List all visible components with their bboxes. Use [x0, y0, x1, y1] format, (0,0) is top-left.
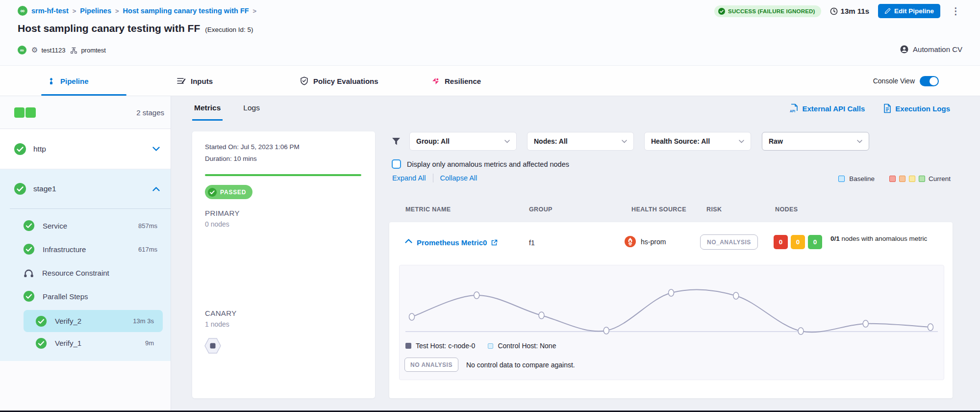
step-service-time: 857ms — [138, 222, 157, 230]
triggered-by-user: Automation CV — [913, 45, 962, 53]
canary-label: CANARY — [205, 309, 237, 317]
chevron-down-icon — [504, 140, 510, 143]
user-avatar-icon — [900, 45, 908, 53]
tab-inputs[interactable]: Inputs — [177, 66, 213, 96]
health-source-filter-dropdown[interactable]: Health Source: All — [644, 132, 751, 151]
metric-timeseries-chart — [400, 267, 944, 341]
main-tabbar: Pipeline Inputs Policy Evaluations Resil… — [0, 65, 980, 96]
chevron-down-icon — [857, 140, 862, 143]
breadcrumb-pipeline-name-link[interactable]: Host sampling canary testing with FF — [123, 7, 249, 15]
step-verify-2-time: 13m 3s — [133, 317, 154, 325]
test-host-swatch — [405, 343, 411, 349]
current-legend-label: Current — [929, 175, 951, 182]
step-verify-2-label: Verify_2 — [55, 317, 81, 325]
step-verify-2[interactable]: Verify_2 13m 3s — [24, 310, 163, 332]
sidebar-stage-stage1[interactable]: stage1 — [0, 169, 171, 208]
duration: Duration: 10 mins — [205, 155, 257, 162]
chevron-down-icon — [739, 140, 744, 143]
toggle-knob — [930, 77, 938, 85]
resilience-icon — [431, 77, 440, 85]
breadcrumb-pipelines-link[interactable]: Pipelines — [80, 7, 111, 15]
log-links: API External API Calls Execution Logs — [789, 103, 950, 113]
tags-row: ∞ ⚙ test1123 promtest — [18, 46, 106, 54]
step-parallel-steps[interactable]: Parallel Steps — [0, 284, 171, 308]
tab-resilience[interactable]: Resilience — [431, 66, 481, 96]
step-service[interactable]: Service 857ms — [0, 214, 171, 237]
page-title: Host sampling canary testing with FF — [18, 23, 200, 34]
execution-sidebar: 2 stages http stage1 Service 857ms — [0, 96, 171, 412]
resource-constraint-icon — [23, 268, 34, 278]
baseline-legend-label: Baseline — [849, 175, 875, 182]
harness-logo-icon: ∞ — [18, 6, 27, 16]
tab-policy-evaluations-label: Policy Evaluations — [313, 77, 378, 85]
tab-metrics[interactable]: Metrics — [192, 101, 223, 121]
inputs-icon — [177, 77, 186, 85]
execution-id: (Execution Id: 5) — [205, 26, 253, 33]
tab-policy-evaluations[interactable]: Policy Evaluations — [300, 66, 378, 96]
external-link-icon — [491, 239, 498, 246]
pipeline-execution-page: ∞ srm-hf-test > Pipelines > Host samplin… — [0, 0, 980, 412]
col-header-risk: RISK — [706, 206, 722, 213]
stage-status-square — [14, 107, 25, 118]
expand-all-link[interactable]: Expand All — [392, 174, 426, 182]
anomalous-checkbox-label: Display only anomalous metrics and affec… — [407, 160, 569, 168]
step-infrastructure[interactable]: Infrastructure 617ms — [0, 237, 171, 261]
tag-service: ⚙ test1123 — [31, 46, 65, 54]
stage-stage1-label: stage1 — [33, 184, 56, 193]
started-on: Started On: Jul 5, 2023 1:06 PM — [205, 143, 300, 151]
breadcrumb-separator: > — [73, 7, 76, 15]
data-type-dropdown[interactable]: Raw — [762, 132, 869, 151]
check-circle-icon — [718, 8, 725, 15]
data-type-value: Raw — [769, 137, 783, 145]
group-filter-dropdown[interactable]: Group: All — [409, 132, 517, 151]
collapse-row-chevron-up-icon[interactable] — [405, 239, 412, 243]
pipeline-icon — [47, 77, 55, 85]
health-source-filter-value: Health Source: All — [651, 137, 710, 145]
chevron-up-icon[interactable] — [152, 187, 160, 191]
health-source-logo-icon: ∞ — [18, 46, 26, 54]
check-circle-icon — [208, 188, 217, 197]
pencil-icon — [884, 8, 891, 14]
col-header-group: GROUP — [529, 206, 553, 213]
primary-node-count: 0 nodes — [205, 220, 240, 228]
canary-group: CANARY 1 nodes — [205, 309, 237, 328]
sidebar-stage-http[interactable]: http — [0, 129, 171, 169]
console-view-toggle[interactable] — [920, 76, 939, 86]
collapse-all-link[interactable]: Collapse All — [440, 174, 477, 182]
tab-inputs-label: Inputs — [191, 77, 213, 85]
col-header-nodes: NODES — [775, 206, 798, 213]
chevron-down-icon[interactable] — [152, 147, 160, 151]
control-host-swatch — [488, 343, 493, 349]
control-host-label: Control Host: None — [498, 342, 556, 350]
tab-pipeline[interactable]: Pipeline — [47, 66, 89, 96]
breadcrumb-project-link[interactable]: srm-hf-test — [31, 7, 69, 15]
green-node-count: 0 — [808, 235, 822, 249]
metric-name-link[interactable]: Prometheus Metric0 — [417, 238, 498, 247]
external-api-calls-link[interactable]: API External API Calls — [789, 103, 865, 113]
execution-logs-link[interactable]: Execution Logs — [883, 103, 950, 113]
anomalous-filter-row: Display only anomalous metrics and affec… — [392, 159, 569, 169]
step-service-label: Service — [43, 222, 67, 230]
step-resource-constraint-label: Resource Constraint — [42, 269, 109, 277]
amber-node-count: 0 — [791, 235, 805, 249]
step-verify-1[interactable]: Verify_1 9m — [24, 332, 163, 354]
verification-summary-card: Started On: Jul 5, 2023 1:06 PM Duration… — [192, 131, 375, 398]
success-check-icon — [14, 182, 26, 195]
canary-node-count: 1 nodes — [205, 320, 237, 328]
status-badge-label: SUCCESS (FAILURE IGNORED) — [728, 8, 815, 14]
canary-node-hexagon[interactable] — [203, 336, 222, 355]
edit-pipeline-label: Edit Pipeline — [894, 7, 934, 15]
gear-icon: ⚙ — [31, 46, 38, 54]
tab-logs[interactable]: Logs — [241, 101, 262, 121]
rack-icon — [70, 47, 77, 54]
edit-pipeline-button[interactable]: Edit Pipeline — [878, 4, 940, 18]
nodes-filter-dropdown[interactable]: Nodes: All — [527, 132, 634, 151]
baseline-current-legend: Baseline Current — [838, 175, 951, 182]
step-resource-constraint[interactable]: Resource Constraint — [0, 261, 171, 284]
anomalous-checkbox[interactable] — [392, 159, 401, 169]
control-host-legend-item: Control Host: None — [488, 342, 556, 350]
current-red-swatch — [889, 176, 896, 182]
kebab-menu-icon[interactable]: ⋮ — [949, 4, 962, 18]
col-header-metric-name: METRIC NAME — [405, 206, 451, 213]
status-badge: SUCCESS (FAILURE IGNORED) — [714, 5, 821, 17]
